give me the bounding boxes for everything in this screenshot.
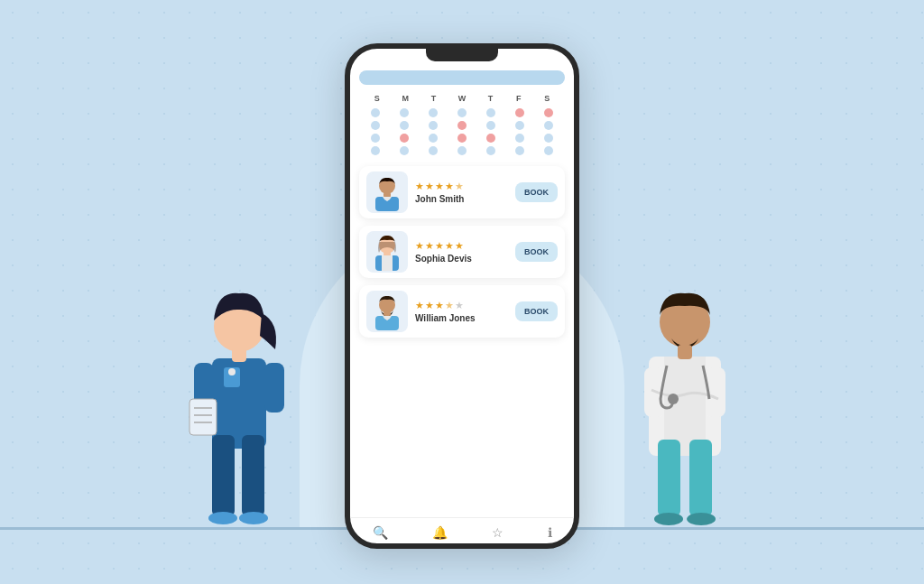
cal-dot-1-1[interactable] [400, 121, 409, 130]
nav-star-icon[interactable]: ☆ [492, 525, 504, 540]
calendar-grid [363, 108, 561, 155]
cal-dot-1-2[interactable] [429, 121, 438, 130]
cal-dot-0-2[interactable] [429, 108, 438, 117]
doctor-card-0: ★★★★★ John Smith BOOK [359, 166, 565, 218]
doctor-avatar-2 [366, 291, 408, 332]
day-s2: S [533, 94, 561, 103]
star-filled: ★ [425, 181, 434, 192]
star-half: ★ [445, 300, 454, 311]
cal-dot-0-0[interactable] [371, 108, 380, 117]
cal-dot-2-3[interactable] [457, 134, 467, 143]
svg-rect-2 [242, 435, 264, 516]
cal-dot-0-6[interactable] [544, 108, 553, 117]
phone: S M T W T F S ★ [345, 43, 579, 549]
nav-bell-icon[interactable]: 🔔 [432, 525, 448, 540]
svg-point-4 [239, 512, 268, 524]
star-filled: ★ [445, 181, 454, 192]
calendar-header: S M T W T F S [363, 94, 561, 103]
cal-dot-3-0[interactable] [371, 146, 380, 155]
svg-rect-11 [264, 363, 284, 413]
doctor-name-1: Sophia Devis [415, 254, 508, 264]
svg-point-24 [668, 394, 679, 404]
star-filled: ★ [435, 300, 444, 311]
nurse-figure [180, 241, 298, 530]
cal-dot-1-4[interactable] [486, 121, 495, 130]
cal-dot-1-5[interactable] [515, 121, 524, 130]
book-button-1[interactable]: BOOK [515, 242, 558, 262]
doctor-stars-2: ★★★★★ [415, 300, 508, 311]
phone-screen: S M T W T F S ★ [350, 65, 574, 543]
app-title-bar [359, 70, 565, 85]
svg-rect-18 [689, 440, 712, 516]
doctor-info-0: ★★★★★ John Smith [415, 181, 508, 204]
star-filled: ★ [455, 240, 464, 252]
doctor-name-0: John Smith [415, 194, 508, 204]
star-filled: ★ [415, 181, 424, 192]
svg-rect-17 [658, 440, 680, 516]
star-filled: ★ [425, 300, 434, 311]
bottom-nav: 🔍 🔔 ☆ ℹ [350, 517, 574, 543]
cal-dot-2-2[interactable] [429, 134, 438, 143]
star-filled: ★ [435, 240, 444, 252]
day-t1: T [420, 94, 448, 103]
cal-dot-3-3[interactable] [457, 146, 467, 155]
svg-rect-37 [383, 311, 391, 316]
cal-dot-3-6[interactable] [544, 146, 553, 155]
book-button-0[interactable]: BOOK [515, 182, 558, 202]
cal-dot-1-6[interactable] [544, 121, 553, 130]
day-m: M [391, 94, 419, 103]
cal-dot-3-2[interactable] [429, 146, 438, 155]
doctor-info-1: ★★★★★ Sophia Devis [415, 240, 508, 264]
day-w: W [448, 94, 476, 103]
cal-dot-2-0[interactable] [371, 134, 380, 143]
svg-rect-25 [678, 345, 692, 359]
svg-rect-34 [382, 255, 393, 271]
star-empty: ★ [455, 300, 464, 311]
cal-dot-3-4[interactable] [486, 146, 495, 155]
nav-info-icon[interactable]: ℹ [548, 525, 552, 540]
cal-dot-2-5[interactable] [515, 134, 524, 143]
doctor-card-2: ★★★★★ William Jones BOOK [359, 285, 565, 338]
cal-dot-0-4[interactable] [486, 108, 495, 117]
svg-point-3 [208, 512, 237, 524]
cal-dot-0-5[interactable] [515, 108, 524, 117]
nav-search-icon[interactable]: 🔍 [373, 525, 388, 540]
doctor-figure [626, 241, 744, 530]
day-t2: T [476, 94, 504, 103]
star-filled: ★ [415, 300, 424, 311]
cal-dot-0-3[interactable] [457, 108, 467, 117]
cal-dot-2-4[interactable] [486, 134, 495, 143]
phone-notch [426, 49, 498, 61]
svg-point-20 [687, 513, 716, 525]
svg-point-19 [654, 513, 683, 525]
calendar: S M T W T F S [350, 90, 574, 162]
day-f: F [504, 94, 532, 103]
doctor-avatar-1 [366, 231, 408, 273]
cal-dot-3-5[interactable] [515, 146, 524, 155]
day-s1: S [363, 94, 391, 103]
svg-rect-12 [232, 348, 246, 362]
doctor-info-2: ★★★★★ William Jones [415, 300, 508, 323]
star-filled: ★ [425, 240, 434, 252]
doctor-stars-0: ★★★★★ [415, 181, 508, 192]
doctor-stars-1: ★★★★★ [415, 240, 508, 252]
doctor-list: ★★★★★ John Smith BOOK ★★★★★ Sophia Devis… [350, 162, 574, 517]
cal-dot-3-1[interactable] [400, 146, 409, 155]
star-half: ★ [455, 181, 464, 192]
star-filled: ★ [445, 240, 454, 252]
star-filled: ★ [415, 240, 424, 252]
star-filled: ★ [435, 181, 444, 192]
svg-rect-1 [212, 435, 235, 516]
svg-point-14 [228, 368, 236, 375]
book-button-2[interactable]: BOOK [515, 301, 558, 321]
cal-dot-0-1[interactable] [400, 108, 409, 117]
cal-dot-2-1[interactable] [400, 134, 409, 143]
cal-dot-2-6[interactable] [544, 134, 553, 143]
svg-rect-7 [189, 399, 217, 435]
doctor-name-2: William Jones [415, 313, 508, 323]
doctor-card-1: ★★★★★ Sophia Devis BOOK [359, 226, 565, 278]
cal-dot-1-0[interactable] [371, 121, 380, 130]
cal-dot-1-3[interactable] [457, 121, 467, 130]
doctor-avatar-0 [366, 171, 408, 213]
